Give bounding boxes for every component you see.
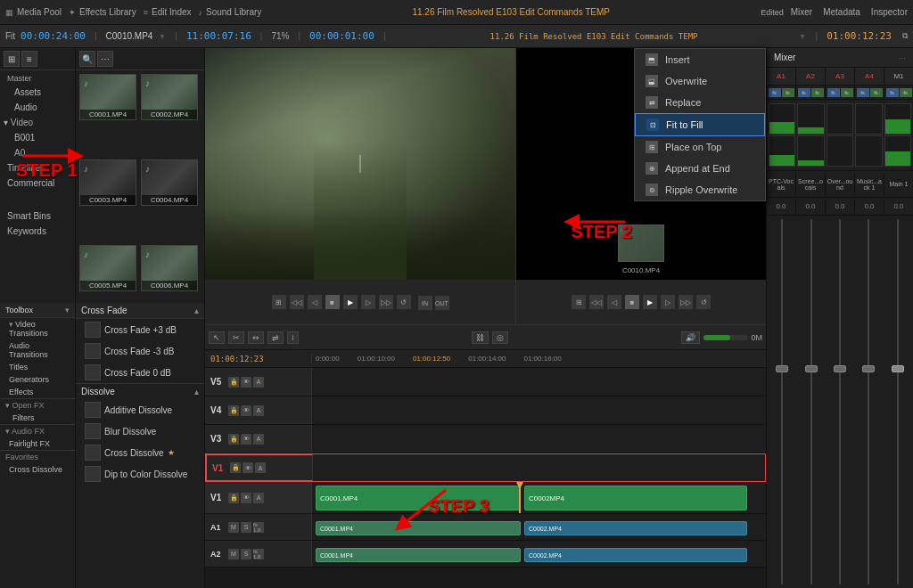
src-next[interactable]: ▷ (361, 295, 375, 309)
src-loop[interactable]: ↺ (397, 295, 411, 309)
tl-zoom-in[interactable]: 🔊 (681, 331, 700, 344)
ctx-fit-to-fill[interactable]: ⊡ Fit to Fill (635, 113, 765, 136)
ch-m1-fx[interactable]: fx (886, 88, 899, 97)
clip-c0003[interactable]: ♪ C0003.MP4 (79, 159, 136, 206)
ctx-insert[interactable]: ⬒ Insert (635, 49, 765, 70)
master-item[interactable]: Master (0, 70, 75, 85)
ch-a1-fx[interactable]: fx (769, 88, 781, 97)
ch-a3-fader[interactable] (827, 219, 853, 584)
pgm-loop[interactable]: ↺ (696, 295, 711, 309)
clip-c0006[interactable]: ♪ C0006.MP4 (141, 245, 198, 291)
pgm-prev-frame[interactable]: ◁◁ (589, 295, 604, 309)
dissolve-expand[interactable]: ▴ (194, 387, 199, 396)
toolbox-expand[interactable]: ▾ (65, 306, 70, 314)
mixer-tab[interactable]: Mixer (791, 7, 812, 17)
v1t-vis[interactable]: 👁 (243, 462, 253, 473)
video-section[interactable]: ▾ Video (0, 115, 75, 130)
track-a1-content[interactable]: C0001.MP4 C0002.MP4 (312, 514, 766, 540)
v5-lock[interactable]: 🔒 (228, 377, 239, 388)
effect-cf-3db-minus[interactable]: Cross Fade -3 dB (76, 340, 204, 362)
smart-bins-item[interactable]: Smart Bins (0, 208, 75, 224)
b001-item[interactable]: B001 (0, 130, 75, 145)
ctx-ripple-overwrite[interactable]: ⊜ Ripple Overwrite (635, 179, 765, 200)
v1-vis[interactable]: 👁 (241, 493, 251, 503)
a2-fx[interactable]: fx 1.0 (253, 549, 264, 559)
v1t-auto[interactable]: A (255, 462, 266, 473)
clip-c0002-a1[interactable]: C0002.MP4 (524, 521, 747, 535)
ch-a3-fx[interactable]: fx (827, 88, 840, 97)
ch-a2-fx[interactable]: fx (798, 88, 810, 97)
ctx-replace[interactable]: ⇄ Replace (635, 92, 765, 113)
v3-auto[interactable]: A (253, 434, 264, 445)
keywords-item[interactable]: Keywords (0, 224, 75, 239)
v5-auto[interactable]: A (253, 377, 264, 388)
pgm-ctrl-1[interactable]: ⊞ (572, 295, 586, 309)
effect-cf-3db-plus[interactable]: Cross Fade +3 dB (76, 319, 204, 340)
ch-a2-fader[interactable] (797, 219, 824, 584)
ch-a4-fx[interactable]: fx (857, 88, 869, 97)
clip-c0001-a1[interactable]: C0001.MP4 (316, 521, 521, 535)
a2-mute[interactable]: M (228, 549, 239, 559)
tl-snap[interactable]: ◎ (492, 331, 508, 344)
src-play[interactable]: ▶ (343, 295, 358, 309)
v5-vis[interactable]: 👁 (241, 377, 251, 388)
track-v4-content[interactable] (312, 396, 766, 424)
ctx-append[interactable]: ⊕ Append at End (635, 158, 765, 179)
metadata-tab[interactable]: Metadata (823, 7, 860, 17)
ch-a3-eq[interactable]: fx (841, 88, 853, 97)
ch-m1-fader[interactable] (884, 219, 911, 584)
audio-item[interactable]: Audio (0, 100, 75, 115)
ch-m1-eq[interactable]: fx (900, 88, 912, 97)
effects-list-expand[interactable]: ▴ (194, 306, 199, 315)
media-pool-menu[interactable]: ⋯ (97, 51, 113, 67)
clip-c0001[interactable]: ♪ C0001.MP4 (79, 74, 136, 120)
v4-lock[interactable]: 🔒 (228, 405, 239, 416)
src-out-btn[interactable]: OUT (435, 296, 449, 310)
clip-c0004[interactable]: ♪ C0004.MP4 (141, 159, 198, 206)
src-in-btn[interactable]: IN (418, 296, 432, 310)
titles-item[interactable]: Titles (0, 361, 75, 373)
pgm-stop[interactable]: ■ (625, 295, 639, 309)
track-a2-content[interactable]: C0001.MP4 C0002.MP4 (312, 541, 766, 567)
tl-razor[interactable]: ✂ (228, 331, 244, 344)
dip-dissolve[interactable]: Dip to Color Dissolve (76, 463, 204, 485)
clip-c0001-a2[interactable]: C0001.MP4 (316, 548, 521, 562)
v3-lock[interactable]: 🔒 (228, 434, 239, 445)
clip-c0005[interactable]: ♪ C0005.MP4 (79, 245, 136, 291)
generators-item[interactable]: Generators (0, 373, 75, 386)
media-pool-search[interactable]: 🔍 (79, 51, 95, 67)
pgm-next[interactable]: ▷ (661, 295, 675, 309)
ctx-overwrite[interactable]: ⬓ Overwrite (635, 70, 765, 92)
nav-icon-btn[interactable]: ⊞ (4, 51, 20, 67)
pgm-prev[interactable]: ◁ (607, 295, 621, 309)
inspector-tab[interactable]: Inspector (871, 7, 908, 17)
effects-library-tab[interactable]: ✦ Effects Library (69, 7, 136, 17)
v4-vis[interactable]: 👁 (241, 405, 251, 416)
edit-index-tab[interactable]: ≡ Edit Index (144, 7, 192, 17)
v1-auto[interactable]: A (253, 493, 264, 503)
tl-slip[interactable]: ⇌ (267, 331, 284, 344)
nav-list-btn[interactable]: ≡ (21, 51, 37, 67)
ch-a1-eq[interactable]: fx (782, 88, 794, 97)
track-v5-content[interactable] (312, 368, 766, 396)
clip-c0002-a2[interactable]: C0002.MP4 (524, 548, 747, 562)
ctx-place-on-top[interactable]: ⊞ Place on Top (635, 136, 765, 158)
ch-a4-fader[interactable] (855, 219, 882, 584)
assets-item[interactable]: Assets (0, 85, 75, 100)
filters-item[interactable]: Filters (0, 412, 75, 424)
src-stop[interactable]: ■ (325, 295, 340, 309)
clip-c0002-v1[interactable]: C0002MP4 (524, 486, 747, 510)
tl-link[interactable]: ⛓ (472, 331, 489, 344)
sound-library-tab[interactable]: ♪ Sound Library (199, 7, 262, 17)
pgm-play[interactable]: ▶ (643, 295, 657, 309)
src-next-frame[interactable]: ▷▷ (379, 295, 393, 309)
ch-a2-eq[interactable]: fx (811, 88, 824, 97)
tl-ripple[interactable]: ≀ (287, 331, 299, 344)
pgm-next-frame[interactable]: ▷▷ (679, 295, 693, 309)
v1t-lock[interactable]: 🔒 (230, 462, 241, 473)
a1-mute[interactable]: M (228, 522, 239, 533)
src-prev[interactable]: ◁ (308, 295, 322, 309)
effect-cf-0db[interactable]: Cross Fade 0 dB (76, 362, 204, 383)
a1-fx[interactable]: fx 1.0 (253, 522, 264, 533)
video-transitions-item[interactable]: ▾Video Transitions (0, 318, 75, 339)
